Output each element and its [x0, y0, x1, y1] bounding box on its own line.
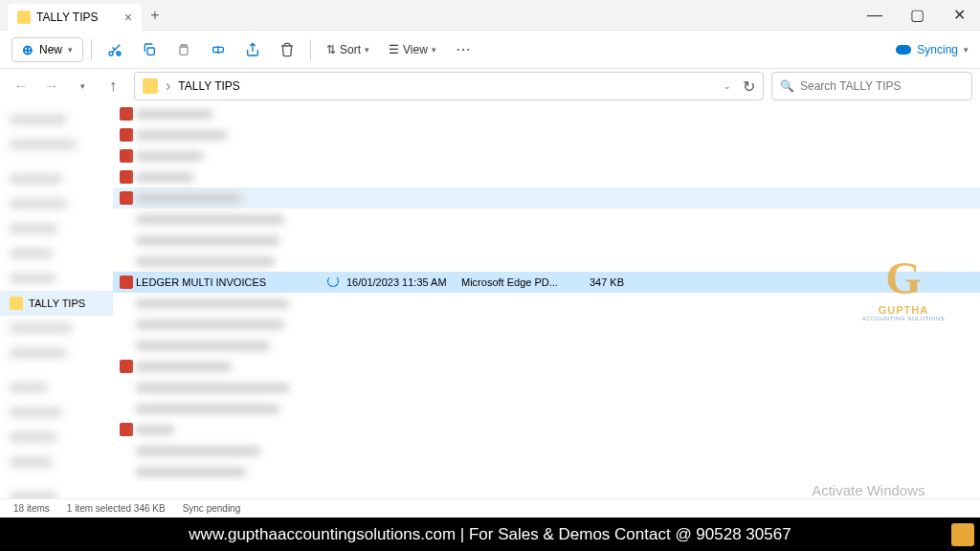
rename-button[interactable]: [203, 34, 234, 65]
table-row[interactable]: [113, 187, 980, 209]
sidebar-item[interactable]: [0, 400, 113, 425]
cloud-icon: [896, 45, 911, 55]
sidebar-item[interactable]: [0, 241, 113, 266]
close-button[interactable]: ✕: [938, 0, 980, 31]
folder-icon: [10, 297, 23, 310]
search-input[interactable]: [800, 79, 964, 93]
breadcrumb[interactable]: TALLY TIPS: [178, 79, 239, 93]
window-controls: — ▢ ✕: [854, 0, 980, 31]
sync-label: Syncing: [917, 43, 958, 56]
search-box[interactable]: 🔍: [771, 72, 972, 100]
status-sync: Sync pending: [183, 503, 241, 514]
footer-logo-icon: [951, 523, 974, 546]
tab-title: TALLY TIPS: [36, 11, 98, 24]
address-bar[interactable]: › TALLY TIPS ⌄ ↻: [134, 72, 764, 100]
table-row[interactable]: [113, 461, 980, 481]
sidebar-item[interactable]: [0, 316, 113, 341]
brand-logo: G GUPTHA ACCOUNTING SOLUTIONS: [856, 252, 951, 321]
table-row[interactable]: [113, 377, 980, 398]
sync-icon: [327, 276, 339, 287]
file-type: Microsoft Edge PD...: [461, 276, 576, 288]
view-button[interactable]: ☰ View ▾: [381, 39, 444, 60]
sidebar-item[interactable]: [0, 191, 113, 216]
table-row-selected[interactable]: LEDGER MULTI INVOICES 16/01/2023 11:35 A…: [113, 272, 980, 293]
chevron-down-icon[interactable]: ⌄: [724, 81, 731, 91]
table-row[interactable]: [113, 335, 980, 356]
copy-button[interactable]: [134, 34, 165, 65]
search-icon: 🔍: [780, 79, 794, 93]
cut-button[interactable]: [100, 34, 130, 65]
table-row[interactable]: [113, 230, 980, 251]
chevron-down-icon[interactable]: ▾: [69, 73, 96, 99]
chevron-down-icon: ▾: [964, 45, 969, 55]
sort-label: Sort: [340, 43, 361, 56]
back-button[interactable]: ←: [8, 73, 34, 99]
sidebar: TALLY TIPS: [0, 103, 113, 481]
forward-button[interactable]: →: [38, 73, 65, 99]
sync-status[interactable]: Syncing ▾: [896, 43, 969, 56]
up-button[interactable]: ↑: [100, 73, 126, 99]
table-row[interactable]: [113, 103, 980, 124]
minimize-button[interactable]: —: [854, 0, 896, 31]
sidebar-item[interactable]: [0, 166, 113, 191]
chevron-down-icon: ▾: [432, 45, 436, 55]
sidebar-item[interactable]: [0, 107, 113, 132]
sidebar-item[interactable]: [0, 341, 113, 365]
sidebar-item[interactable]: [0, 425, 113, 450]
sidebar-item[interactable]: [0, 132, 113, 157]
main-area: TALLY TIPS LEDGER MULTI INVOICES 16/01/2…: [0, 103, 980, 481]
titlebar: TALLY TIPS × + — ▢ ✕: [0, 0, 980, 31]
brand-tagline: ACCOUNTING SOLUTIONS: [856, 316, 951, 321]
sidebar-item[interactable]: [0, 375, 113, 400]
table-row[interactable]: [113, 419, 980, 440]
footer-banner: www.gupthaaccountingsolutions.com | For …: [0, 518, 980, 551]
status-selected: 1 item selected 346 KB: [67, 503, 166, 514]
more-button[interactable]: ⋯: [448, 34, 479, 65]
sidebar-item[interactable]: [0, 266, 113, 291]
plus-icon: ⊕: [22, 42, 33, 57]
table-row[interactable]: [113, 251, 980, 272]
svg-point-0: [109, 52, 113, 55]
table-row[interactable]: [113, 356, 980, 377]
table-row[interactable]: [113, 440, 980, 461]
table-row[interactable]: [113, 209, 980, 230]
table-row[interactable]: [113, 124, 980, 145]
activate-title: Activate Windows: [812, 482, 963, 498]
view-icon: ☰: [389, 43, 399, 56]
status-bar: 18 items 1 item selected 346 KB Sync pen…: [0, 498, 980, 518]
brand-name: GUPTHA: [856, 304, 951, 316]
new-button[interactable]: ⊕ New ▾: [11, 37, 83, 62]
table-row[interactable]: [113, 145, 980, 166]
file-name: LEDGER MULTI INVOICES: [136, 276, 327, 288]
share-button[interactable]: [237, 34, 268, 65]
table-row[interactable]: [113, 166, 980, 187]
table-row[interactable]: [113, 314, 980, 335]
navbar: ← → ▾ ↑ › TALLY TIPS ⌄ ↻ 🔍: [0, 69, 980, 103]
sort-button[interactable]: ⇅ Sort ▾: [319, 39, 377, 60]
new-label: New: [39, 43, 62, 56]
svg-rect-2: [147, 48, 154, 55]
chevron-down-icon: ▾: [68, 45, 73, 55]
delete-button[interactable]: [272, 34, 302, 65]
sidebar-item-tally-tips[interactable]: TALLY TIPS: [0, 291, 113, 316]
sidebar-item-label: TALLY TIPS: [29, 298, 85, 309]
refresh-button[interactable]: ↻: [743, 77, 755, 96]
pdf-icon: [120, 276, 133, 289]
toolbar: ⊕ New ▾ ⇅ Sort ▾ ☰ View ▾ ⋯ Syncing ▾: [0, 31, 980, 69]
close-icon[interactable]: ×: [124, 10, 132, 25]
view-label: View: [403, 43, 428, 56]
sidebar-item[interactable]: [0, 216, 113, 241]
file-date: 16/01/2023 11:35 AM: [346, 276, 461, 288]
footer-text: www.gupthaaccountingsolutions.com | For …: [189, 525, 791, 544]
file-size: 347 KB: [576, 276, 624, 288]
sidebar-item[interactable]: [0, 450, 113, 474]
tab-tally-tips[interactable]: TALLY TIPS ×: [8, 4, 142, 31]
new-tab-button[interactable]: +: [142, 2, 168, 29]
table-row[interactable]: [113, 398, 980, 419]
sort-icon: ⇅: [326, 43, 336, 56]
table-row[interactable]: [113, 293, 980, 314]
file-list: LEDGER MULTI INVOICES 16/01/2023 11:35 A…: [113, 103, 980, 481]
maximize-button[interactable]: ▢: [896, 0, 938, 31]
paste-button[interactable]: [168, 34, 199, 65]
status-items: 18 items: [13, 503, 50, 514]
